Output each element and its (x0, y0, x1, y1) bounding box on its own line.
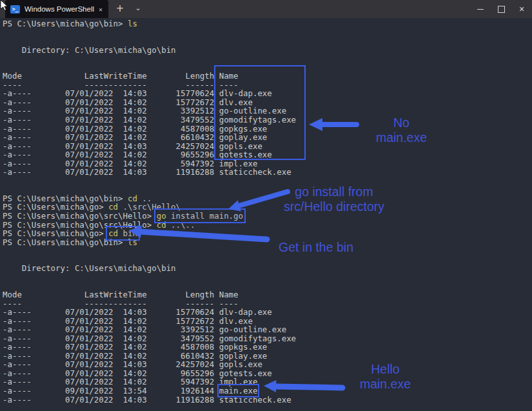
window-controls: ✕ (470, 0, 532, 18)
terminal-line: PS C:\Users\micha\go> cd .\src\Hello\ (3, 203, 296, 212)
minimize-button[interactable] (470, 0, 491, 18)
terminal-line: -a---- 07/01/2022 14:03 11916288 staticc… (3, 168, 296, 177)
terminal-line: -a---- 07/01/2022 14:02 3479552 gomodify… (3, 115, 296, 125)
terminal-line (3, 404, 296, 411)
tab-dropdown-icon[interactable]: ⌄ (130, 0, 146, 18)
annotation-go-install: go install from src/Hello directory (263, 185, 405, 214)
terminal-line: PS C:\Users\micha\go\bin> ls (3, 19, 296, 28)
terminal-line: -a---- 07/01/2022 14:03 15770624 dlv-dap… (3, 89, 296, 98)
terminal-line: -a---- 07/01/2022 14:03 11916288 staticc… (3, 396, 296, 405)
terminal-line (3, 54, 296, 63)
terminal-output[interactable]: PS C:\Users\micha\go\bin> ls Directory: … (3, 19, 296, 411)
terminal-line: -a---- 07/01/2022 14:02 3392512 go-outli… (3, 106, 296, 115)
minimize-icon (477, 9, 484, 10)
terminal-line: Directory: C:\Users\micha\go\bin (3, 46, 296, 55)
terminal-line: -a---- 07/01/2022 14:02 3479552 gomodify… (3, 334, 296, 343)
terminal-line: -a---- 07/01/2022 14:02 9655296 gotests.… (3, 150, 296, 159)
terminal-line: Mode LastWriteTime Length Name (3, 290, 296, 299)
terminal-line (3, 273, 296, 282)
arrow-no-main (309, 118, 357, 131)
terminal-line: PS C:\Users\micha\go> cd bin (3, 229, 296, 238)
terminal-line: -a---- 07/01/2022 14:02 15772672 dlv.exe (3, 317, 296, 326)
terminal-line: Directory: C:\Users\micha\go\bin (3, 264, 296, 273)
maximize-button[interactable] (491, 0, 511, 18)
terminal-line: -a---- 07/01/2022 14:02 9655296 gotests.… (3, 369, 296, 378)
tab-close-icon[interactable]: ✕ (99, 6, 103, 13)
terminal-line (3, 281, 296, 290)
terminal-line (3, 63, 296, 72)
annotation-no-main: No main.exe (358, 115, 445, 145)
terminal-line: -a---- 07/01/2022 14:02 5947392 impl.exe (3, 377, 296, 386)
new-tab-button[interactable]: + (112, 0, 128, 18)
terminal-line: -a---- 07/01/2022 14:02 6610432 goplay.e… (3, 133, 296, 142)
terminal-line: -a---- 07/01/2022 14:02 3392512 go-outli… (3, 325, 296, 334)
tab-windows-powershell[interactable]: >_ Windows PowerShell ✕ (5, 0, 108, 18)
terminal-line: -a---- 07/01/2022 14:02 5947392 impl.exe (3, 159, 296, 168)
close-button[interactable]: ✕ (511, 0, 532, 18)
windows-terminal-window: >_ Windows PowerShell ✕ + ⌄ ✕ PS C:\User… (0, 0, 532, 411)
terminal-line: Mode LastWriteTime Length Name (3, 72, 296, 81)
terminal-line: -a---- 09/01/2022 13:54 1926144 main.exe (3, 386, 296, 396)
terminal-line (3, 28, 296, 37)
terminal-line: ---- ------------- ------ ---- (3, 299, 296, 308)
terminal-line (3, 246, 296, 256)
terminal-line (3, 177, 296, 186)
tab-title: Windows PowerShell (25, 5, 99, 13)
terminal-line: -a---- 07/01/2022 14:02 4587008 gopkgs.e… (3, 125, 296, 134)
terminal-line: -a---- 07/01/2022 14:02 4587008 gopkgs.e… (3, 343, 296, 352)
terminal-line: -a---- 07/01/2022 14:03 24257024 gopls.e… (3, 360, 296, 369)
terminal-line (3, 185, 296, 194)
terminal-line: ---- ------------- ------ ---- (3, 81, 296, 90)
terminal-line: PS C:\Users\micha\go\bin> cd .. (3, 194, 296, 203)
terminal-line: -a---- 07/01/2022 14:03 15770624 dlv-dap… (3, 308, 296, 317)
terminal-line: -a---- 07/01/2022 14:02 15772672 dlv.exe (3, 98, 296, 107)
titlebar: >_ Windows PowerShell ✕ + ⌄ ✕ (0, 0, 532, 18)
terminal-line: PS C:\Users\micha\go\bin> ls (3, 238, 296, 247)
terminal-line: -a---- 07/01/2022 14:03 24257024 gopls.e… (3, 142, 296, 151)
terminal-line (3, 256, 296, 265)
terminal-line: PS C:\Users\micha\go\src\Hello> go insta… (3, 212, 296, 221)
terminal-line (3, 37, 296, 46)
maximize-icon (498, 6, 505, 13)
annotation-hello-main: Hello main.exe (345, 362, 426, 391)
terminal-line: -a---- 07/01/2022 14:02 6610432 goplay.e… (3, 352, 296, 361)
annotation-get-in-bin: Get in the bin (271, 240, 361, 255)
powershell-icon: >_ (10, 5, 20, 14)
